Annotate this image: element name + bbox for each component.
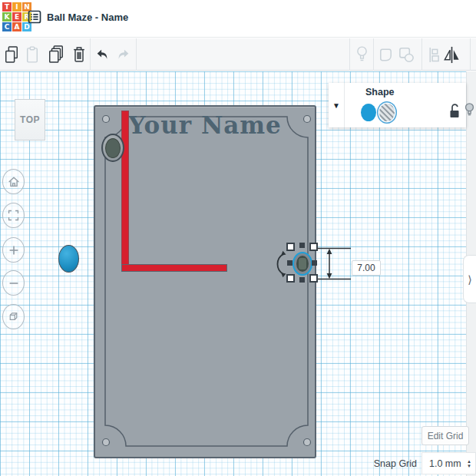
toolbar-separator (421, 38, 422, 71)
plus-icon (7, 243, 21, 257)
toolbar-separator (373, 38, 374, 71)
hole-swatch-selected[interactable] (379, 104, 395, 121)
ungroup-icon[interactable] (396, 42, 416, 67)
snap-grid-label: Snap Grid (348, 458, 417, 469)
panel-expand-tab[interactable]: ⟩ (463, 255, 476, 303)
document-title: Ball Maze - Name (47, 12, 128, 23)
maze-wall-vertical[interactable] (121, 111, 129, 266)
edit-grid-label: Edit Grid (428, 431, 464, 441)
triangle-down-icon: ▼ (332, 101, 340, 110)
maze-wall-horizontal[interactable] (121, 264, 227, 272)
visibility-bulb-icon[interactable] (464, 102, 474, 120)
properties-list-icon[interactable] (28, 10, 41, 24)
scale-handle-bottom-left[interactable] (286, 274, 295, 283)
home-view-button[interactable] (2, 169, 25, 194)
shape-panel-title: Shape (365, 87, 395, 98)
mirror-icon[interactable] (441, 42, 461, 67)
toolbar-separator (349, 38, 350, 71)
logo-tile: T (2, 2, 12, 12)
scale-handle-bottom-right[interactable] (309, 274, 318, 283)
home-icon (7, 175, 21, 189)
scale-handle-top-left[interactable] (286, 243, 295, 251)
edit-grid-button[interactable]: Edit Grid (421, 426, 469, 445)
perspective-box-icon (7, 310, 20, 323)
scale-handle-left[interactable] (287, 260, 293, 266)
group-icon[interactable] (375, 42, 395, 67)
logo-tile: I (12, 2, 21, 12)
duplicate-icon[interactable] (46, 42, 66, 67)
lock-icon[interactable] (449, 104, 461, 118)
zoom-out-button[interactable] (2, 270, 25, 296)
dropdown-arrows-icon: ▴▾ (463, 459, 475, 468)
toolbar-separator (470, 38, 471, 71)
ball-hole-cavity (105, 138, 121, 158)
logo-tile: C (2, 22, 12, 31)
view-cube-label: TOP (20, 114, 40, 125)
shape-panel-body: Shape (345, 83, 466, 127)
view-cube[interactable]: TOP (15, 99, 45, 140)
logo-tile: A (12, 22, 21, 31)
scale-handle-bottom[interactable] (299, 277, 305, 283)
toolbar-separator (90, 38, 91, 71)
undo-icon[interactable] (92, 42, 112, 67)
minus-icon (7, 276, 21, 290)
chevron-right-icon: ⟩ (468, 273, 471, 286)
scale-handle-top-right[interactable] (309, 243, 318, 251)
solid-color-swatch[interactable] (361, 104, 376, 121)
scale-handle-top[interactable] (299, 243, 305, 248)
snap-grid-value: 1.0 mm (422, 458, 463, 469)
fit-view-button[interactable] (2, 203, 25, 228)
fit-view-icon (7, 209, 20, 222)
paste-icon[interactable] (22, 42, 42, 67)
shape-inspector-panel: ▼ Shape (329, 83, 466, 127)
selected-hole-core (299, 258, 306, 269)
panel-collapse-button[interactable]: ▼ (329, 83, 345, 127)
logo-tile: E (12, 12, 21, 21)
align-icon[interactable] (423, 42, 443, 67)
toolbar-separator (136, 38, 137, 71)
tinkercad-app: TINKERCAD Ball Maze - Name (0, 0, 476, 476)
toolbar (0, 38, 476, 71)
title-bar: TINKERCAD Ball Maze - Name (0, 0, 476, 38)
show-all-bulb-icon[interactable] (352, 42, 372, 67)
dimension-value-field[interactable]: 7.00 (352, 260, 381, 276)
ball-sphere-object[interactable] (58, 245, 79, 273)
zoom-in-button[interactable] (2, 237, 25, 263)
copy-icon[interactable] (2, 42, 21, 67)
rotate-handle-icon[interactable] (274, 250, 286, 278)
snap-grid-dropdown[interactable]: 1.0 mm ▴▾ (421, 452, 476, 474)
perspective-toggle-button[interactable] (2, 304, 25, 329)
delete-icon[interactable] (69, 42, 89, 67)
redo-icon[interactable] (114, 42, 134, 67)
name-text-object[interactable]: Your Name (109, 111, 301, 139)
logo-tile: K (2, 12, 12, 21)
